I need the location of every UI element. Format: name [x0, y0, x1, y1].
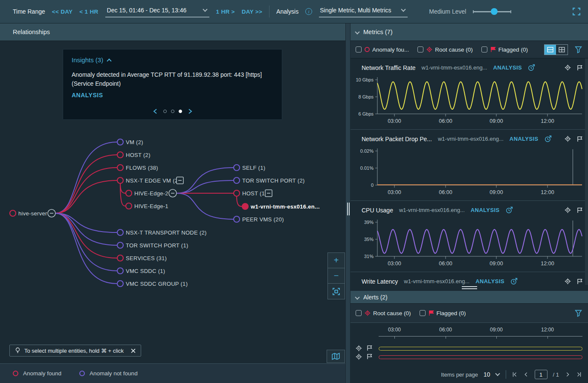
legend-label: Anomaly not found	[90, 370, 138, 377]
hour-back-button[interactable]: < 1 HR	[79, 9, 98, 15]
tree-node-label-hive-edge-2: HIVE-Edge-2	[134, 190, 168, 197]
level-slider[interactable]	[473, 8, 511, 15]
tree-node-self[interactable]	[234, 165, 240, 171]
time-compare-icon[interactable]	[528, 64, 535, 71]
crosshair-icon[interactable]	[565, 278, 571, 284]
flagged-checkbox[interactable]	[420, 310, 426, 316]
crosshair-icon[interactable]	[356, 354, 362, 360]
date-range-select[interactable]: Dec 15, 01:46 - Dec 15, 13:46	[105, 6, 209, 17]
collapse-icon-host1[interactable]	[265, 190, 272, 197]
flag-icon[interactable]	[577, 65, 582, 71]
last-page-icon[interactable]	[576, 371, 582, 377]
svg-text:12:00: 12:00	[541, 261, 554, 267]
prev-page-icon[interactable]	[523, 371, 529, 377]
tree-node-vmc-sddc-group[interactable]	[117, 281, 123, 287]
grid-view-button[interactable]	[556, 45, 568, 55]
carousel-next-icon[interactable]	[188, 108, 193, 114]
tree-node-nsxt-transport-node[interactable]	[117, 229, 123, 235]
tree-node-w1-esx016[interactable]	[242, 203, 248, 209]
time-compare-icon[interactable]	[510, 278, 518, 285]
carousel-dot-2[interactable]	[171, 110, 174, 113]
tree-node-peer-vms[interactable]	[234, 216, 240, 222]
insight-analysis-link[interactable]: ANALYSIS	[72, 92, 273, 99]
alert-bar-alert-2[interactable]	[379, 355, 582, 359]
metrics-scrollbar[interactable]	[585, 58, 588, 285]
tree-node-flows[interactable]	[117, 165, 123, 171]
series-cpu-usage	[377, 229, 582, 253]
fullscreen-icon[interactable]	[573, 8, 580, 15]
tree-node-hive-server[interactable]	[10, 210, 16, 216]
tree-node-hive-edge-2[interactable]	[126, 190, 132, 196]
svg-text:35%: 35%	[364, 237, 374, 242]
tree-node-host2[interactable]	[117, 152, 123, 158]
tree-node-label-peer-vms: PEER VMS (20)	[242, 216, 284, 223]
flag-icon[interactable]	[577, 279, 582, 284]
info-icon[interactable]: i	[305, 8, 312, 15]
metrics-filter-icon[interactable]	[575, 46, 582, 53]
crosshair-icon[interactable]	[565, 207, 571, 213]
slider-thumb[interactable]	[491, 8, 498, 15]
collapse-icon-hive-edge-2[interactable]	[169, 189, 177, 197]
metric-chart-write-latency: Write Latency w1-vrni-tmm-esx016.eng... …	[350, 272, 588, 285]
anomaly-found-checkbox[interactable]	[356, 46, 362, 52]
chart-analysis-link[interactable]: ANALYSIS	[493, 64, 522, 71]
minimap-button[interactable]	[327, 350, 345, 363]
alerts-header[interactable]: Alerts (2)	[350, 291, 588, 304]
zoom-fit-button[interactable]	[328, 284, 345, 299]
zoom-out-button[interactable]: −	[328, 268, 345, 284]
splitter-grip-icon[interactable]	[347, 203, 350, 215]
alert-bar-alert-1[interactable]	[379, 347, 582, 351]
root-cause-checkbox[interactable]	[417, 46, 423, 52]
flag-icon[interactable]	[577, 207, 582, 213]
carousel-prev-icon[interactable]	[153, 108, 158, 114]
tree-node-services[interactable]	[117, 255, 123, 261]
chart-analysis-link[interactable]: ANALYSIS	[471, 207, 500, 213]
divider	[506, 370, 506, 379]
time-compare-icon[interactable]	[545, 135, 552, 142]
insights-toggle[interactable]: Insights (3)	[72, 56, 273, 64]
carousel-dot-3[interactable]	[179, 110, 182, 113]
metrics-header[interactable]: Metrics (7)	[350, 23, 588, 41]
zoom-in-button[interactable]: +	[328, 253, 345, 268]
topology-canvas[interactable]: hive-serverVM (2)HOST (2)FLOWS (38)NSX-T…	[0, 41, 345, 363]
tree-node-host1[interactable]	[234, 190, 240, 196]
alerts-filter-icon[interactable]	[575, 310, 582, 317]
collapse-icon-hive-server[interactable]	[48, 209, 55, 217]
tree-node-tor-switch-port-2[interactable]	[234, 177, 240, 183]
crosshair-icon[interactable]	[565, 136, 571, 142]
drag-handle-icon[interactable]	[462, 286, 477, 290]
crosshair-icon[interactable]	[356, 345, 362, 351]
tree-node-tor-switch-port-1[interactable]	[117, 242, 123, 248]
first-page-icon[interactable]	[512, 371, 518, 377]
tree-node-hive-edge-1[interactable]	[126, 203, 132, 209]
hour-forward-button[interactable]: 1 HR >	[216, 9, 235, 15]
items-per-page-value[interactable]: 10	[484, 371, 490, 378]
chevron-down-icon[interactable]	[495, 371, 500, 376]
collapse-icon-nsxt-edge-vm[interactable]	[177, 177, 183, 184]
day-forward-button[interactable]: DAY >>	[242, 9, 262, 15]
flag-icon[interactable]	[367, 345, 372, 351]
analysis-mode-select[interactable]: Single Metric, Multi Metrics	[319, 6, 408, 17]
day-back-button[interactable]: << DAY	[52, 9, 73, 15]
tree-node-vm[interactable]	[117, 139, 123, 145]
svg-text:09:00: 09:00	[490, 118, 503, 124]
list-view-button[interactable]	[545, 45, 556, 55]
panel-splitter[interactable]	[345, 23, 350, 383]
close-icon[interactable]	[131, 348, 136, 353]
time-compare-icon[interactable]	[506, 206, 513, 214]
flag-icon[interactable]	[367, 354, 372, 360]
tree-node-label-tor-switch-port-1: TOR SWITCH PORT (1)	[126, 242, 188, 249]
page-number-input[interactable]: 1	[535, 370, 547, 379]
chart-analysis-link[interactable]: ANALYSIS	[475, 278, 504, 284]
next-page-icon[interactable]	[565, 371, 571, 377]
root-cause-checkbox[interactable]	[356, 310, 362, 316]
flagged-checkbox[interactable]	[481, 46, 487, 52]
tree-node-nsxt-edge-vm[interactable]	[117, 177, 123, 183]
tree-node-vmc-sddc[interactable]	[117, 268, 123, 274]
metric-charts-list[interactable]: Network Traffic Rate w1-vrni-tmm-esx016.…	[350, 58, 588, 285]
page-total: / 1	[553, 371, 559, 378]
chart-analysis-link[interactable]: ANALYSIS	[510, 136, 539, 142]
crosshair-icon[interactable]	[565, 64, 571, 71]
flag-icon[interactable]	[577, 136, 582, 142]
carousel-dot-1[interactable]	[163, 110, 167, 113]
